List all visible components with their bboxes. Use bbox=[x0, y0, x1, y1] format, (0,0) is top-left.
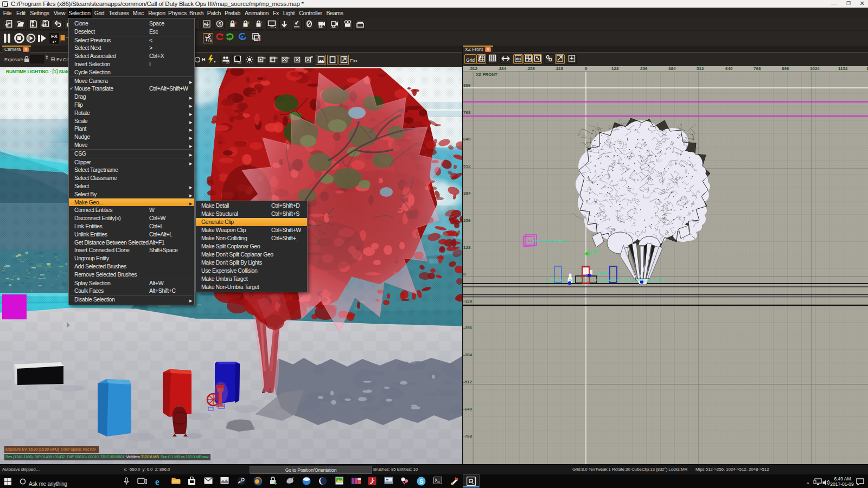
svg-text:3D: 3D bbox=[238, 60, 241, 63]
svg-text:probe: probe bbox=[589, 249, 599, 254]
svg-text:global_intermission: global_intermission bbox=[532, 239, 567, 243]
svg-text:mp: mp bbox=[528, 239, 534, 243]
svg-text:_model: _model bbox=[594, 271, 608, 275]
svg-text:x: x bbox=[203, 21, 206, 27]
svg-text:30: 30 bbox=[275, 56, 278, 60]
svg-text:wn: wn bbox=[569, 277, 575, 282]
svg-text:y: y bbox=[229, 36, 231, 41]
svg-text:Y: Y bbox=[247, 21, 250, 25]
svg-text:z: z bbox=[241, 35, 244, 40]
svg-text:mp_t: mp_t bbox=[580, 277, 590, 282]
svg-text:S: S bbox=[419, 478, 423, 485]
svg-text:S: S bbox=[218, 21, 221, 27]
svg-text:30: 30 bbox=[286, 56, 289, 60]
svg-text:X: X bbox=[234, 21, 237, 25]
svg-text:3D: 3D bbox=[226, 60, 229, 63]
svg-text:FX: FX bbox=[208, 39, 212, 42]
svg-text:30: 30 bbox=[263, 56, 266, 60]
svg-text:m_spawn: m_spawn bbox=[596, 277, 614, 282]
svg-text:Z: Z bbox=[260, 21, 263, 25]
svg-text:mp_tdm_spawn_axis_start: mp_tdm_spawn_axis_start bbox=[615, 277, 665, 282]
svg-text:mp_tdm_sp: mp_tdm_sp bbox=[543, 277, 565, 282]
svg-text:abc: abc bbox=[516, 57, 522, 60]
